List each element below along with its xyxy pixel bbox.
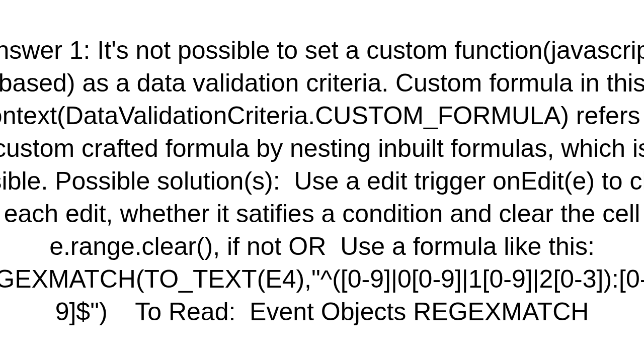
answer-text: Answer 1: It's not possible to set a cus… — [0, 34, 644, 328]
document-page: Answer 1: It's not possible to set a cus… — [0, 0, 644, 362]
